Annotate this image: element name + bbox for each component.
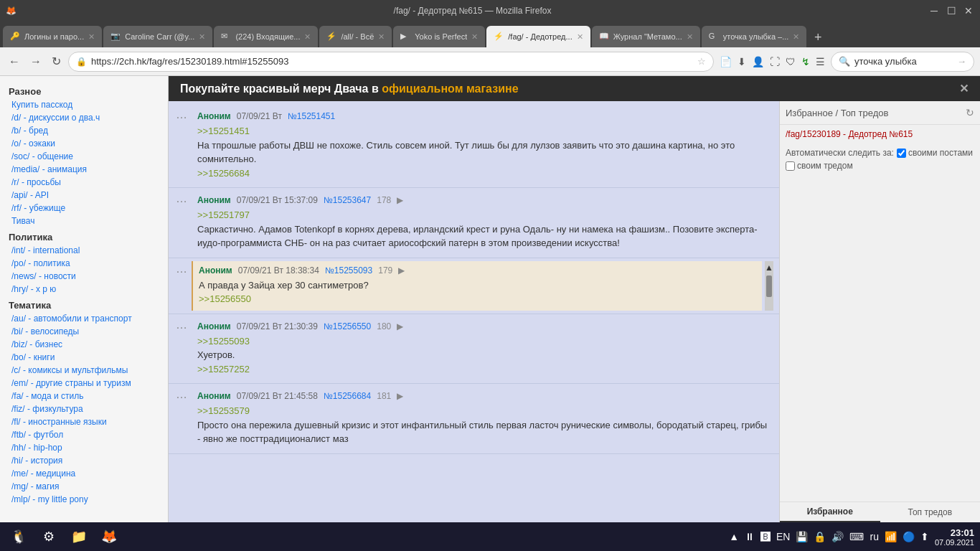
follow-own-posts-checkbox[interactable]	[897, 149, 906, 158]
taskbar-start-button[interactable]: 🐧	[6, 524, 32, 550]
right-panel-refresh-icon[interactable]: ↻	[966, 107, 974, 118]
follow-own-posts-label[interactable]: своими постами	[897, 148, 973, 158]
post-quote-ref[interactable]: >>15255093	[197, 336, 250, 347]
browser-tab-tab3[interactable]: ✉ (224) Входящие... ✕	[214, 26, 318, 47]
browser-tab-tab4[interactable]: ⚡ /all/ - Всё ✕	[319, 26, 392, 47]
sidebar-link[interactable]: /biz/ - бизнес	[0, 338, 168, 351]
sidebar-link[interactable]: /d/ - дискуссии о два.ч	[0, 111, 168, 124]
search-text[interactable]: уточка улыбка	[854, 56, 953, 67]
sidebar-link[interactable]: /fl/ - иностранные языки	[0, 415, 168, 428]
post-reply-quote[interactable]: >>15256550	[199, 293, 251, 304]
follow-own-thread-checkbox[interactable]	[786, 161, 795, 171]
browser-tab-tab7[interactable]: 📖 Журнал "Метамо... ✕	[592, 26, 700, 47]
sidebar-link[interactable]: /hi/ - история	[0, 454, 168, 467]
sidebar-link[interactable]: /r/ - просьбы	[0, 176, 168, 189]
sidebar-link[interactable]: /int/ - international	[0, 244, 168, 257]
post-expand-icon[interactable]: …	[174, 317, 189, 381]
tab-close-button[interactable]: ✕	[199, 32, 205, 42]
sidebar-link[interactable]: /fa/ - мода и стиль	[0, 390, 168, 402]
taskbar-lang[interactable]: EN	[776, 531, 790, 542]
taskbar-settings-button[interactable]: ⚙	[36, 524, 62, 550]
forward-button[interactable]: →	[27, 54, 44, 70]
post-quote-ref[interactable]: >>15253579	[197, 405, 250, 416]
menu-icon[interactable]: ☰	[814, 55, 826, 69]
sidebar-link[interactable]: /o/ - оэкаки	[0, 137, 168, 150]
sidebar-link[interactable]: /news/ - новости	[0, 270, 168, 283]
new-tab-button[interactable]: +	[808, 27, 828, 47]
banner-close-button[interactable]: ✕	[959, 82, 969, 95]
taskbar-tray-lang2[interactable]: ru	[870, 531, 878, 542]
tab-close-button[interactable]: ✕	[304, 32, 311, 42]
address-box[interactable]: 🔒 https://2ch.hk/fag/res/15230189.html#1…	[68, 52, 714, 72]
post-video-icon[interactable]: ▶	[397, 195, 403, 205]
sidebar-link[interactable]: /c/ - комиксы и мультфильмы	[0, 364, 168, 377]
fullscreen-icon[interactable]: ⛶	[768, 55, 781, 69]
post-expand-icon[interactable]: …	[174, 387, 189, 451]
post-expand-icon[interactable]: …	[174, 261, 189, 311]
titlebar-controls[interactable]: ─ ☐ ✕	[928, 5, 974, 17]
sidebar-link[interactable]: /po/ - политика	[0, 257, 168, 270]
post-reply-quote[interactable]: >>15256684	[197, 168, 250, 179]
sidebar-link[interactable]: Тивач	[0, 215, 168, 227]
post-expand-icon[interactable]: …	[174, 107, 189, 184]
refresh-button[interactable]: ↻	[49, 53, 64, 70]
sidebar-link[interactable]: /em/ - другие страны и туризм	[0, 377, 168, 390]
right-panel-thread-link[interactable]: /fag/15230189 - Дедотред №615	[780, 125, 980, 143]
browser-tab-tab5[interactable]: ▶ Yoko is Perfect ✕	[393, 26, 485, 47]
sidebar-link[interactable]: /mlp/ - my little pony	[0, 493, 168, 506]
post-expand-icon[interactable]: …	[174, 191, 189, 255]
sidebar-link[interactable]: /hh/ - hip-hop	[0, 441, 168, 454]
maximize-button[interactable]: ☐	[946, 5, 957, 17]
post-number[interactable]: №15256550	[324, 321, 371, 331]
sidebar-link[interactable]: /api/ - API	[0, 189, 168, 202]
sidebar-link[interactable]: /fiz/ - физкультура	[0, 402, 168, 415]
scroll-area[interactable]: ▲	[765, 261, 773, 311]
sidebar-link[interactable]: /ftb/ - футбол	[0, 428, 168, 441]
right-panel-tab-избранное[interactable]: Избранное	[780, 502, 880, 522]
back-button[interactable]: ←	[6, 54, 23, 70]
sidebar-link[interactable]: /b/ - бред	[0, 124, 168, 137]
tab-close-button[interactable]: ✕	[378, 32, 385, 42]
follow-own-thread-label[interactable]: своим тредом	[786, 161, 853, 171]
profile-icon[interactable]: 👤	[750, 55, 765, 69]
post-number[interactable]: №15251451	[288, 111, 335, 121]
browser-tab-tab8[interactable]: G уточка улыбка –... ✕	[702, 26, 807, 47]
posts-area[interactable]: … Аноним 07/09/21 Вт №15251451 >>1525145…	[169, 101, 779, 522]
shield-icon[interactable]: 🛡	[784, 55, 797, 69]
sidebar-link[interactable]: /bo/ - книги	[0, 351, 168, 364]
post-number[interactable]: №15255093	[325, 265, 372, 276]
search-box[interactable]: 🔍 уточка улыбка →	[831, 52, 974, 72]
post-video-icon[interactable]: ▶	[397, 321, 403, 331]
post-video-icon[interactable]: ▶	[398, 265, 405, 276]
sidebar-link[interactable]: /soc/ - общение	[0, 150, 168, 163]
tab-close-button[interactable]: ✕	[88, 32, 95, 42]
sidebar-link[interactable]: /media/ - анимация	[0, 163, 168, 176]
bookmark-icon[interactable]: ☆	[697, 56, 706, 67]
sidebar-link[interactable]: /rf/ - убежище	[0, 202, 168, 215]
vpn-icon[interactable]: ↯	[800, 55, 811, 69]
browser-tab-tab2[interactable]: 📷 Caroline Carr (@y... ✕	[103, 26, 212, 47]
reader-icon[interactable]: 📄	[718, 55, 733, 69]
right-panel-tab-топтредов[interactable]: Топ тредов	[880, 502, 981, 522]
sidebar-link[interactable]: /au/ - автомобили и транспорт	[0, 312, 168, 325]
browser-tab-tab6[interactable]: ⚡ /fag/ - Дедотред... ✕	[486, 26, 590, 47]
taskbar-files-button[interactable]: 📁	[66, 524, 92, 550]
close-button[interactable]: ✕	[963, 5, 974, 17]
post-quote-ref[interactable]: >>15251797	[197, 209, 250, 220]
search-go-icon[interactable]: →	[957, 56, 966, 67]
sidebar-link[interactable]: /me/ - медицина	[0, 467, 168, 480]
scroll-thumb[interactable]	[766, 276, 772, 297]
post-video-icon[interactable]: ▶	[397, 391, 403, 401]
tab-close-button[interactable]: ✕	[471, 32, 478, 42]
minimize-button[interactable]: ─	[928, 5, 940, 17]
sidebar-link[interactable]: /mg/ - магия	[0, 480, 168, 493]
post-quote-ref[interactable]: >>15251451	[197, 126, 250, 136]
taskbar-firefox-button[interactable]: 🦊	[96, 524, 122, 550]
browser-tab-tab1[interactable]: 🔑 Логины и паро... ✕	[3, 26, 102, 47]
address-text[interactable]: https://2ch.hk/fag/res/15230189.html#152…	[91, 56, 693, 67]
sidebar-link[interactable]: Купить пасскод	[0, 98, 168, 111]
post-number[interactable]: №15256684	[324, 391, 371, 401]
post-number[interactable]: №15253647	[324, 195, 371, 205]
sidebar-link[interactable]: /hry/ - х р ю	[0, 283, 168, 296]
tab-close-button[interactable]: ✕	[793, 32, 799, 42]
